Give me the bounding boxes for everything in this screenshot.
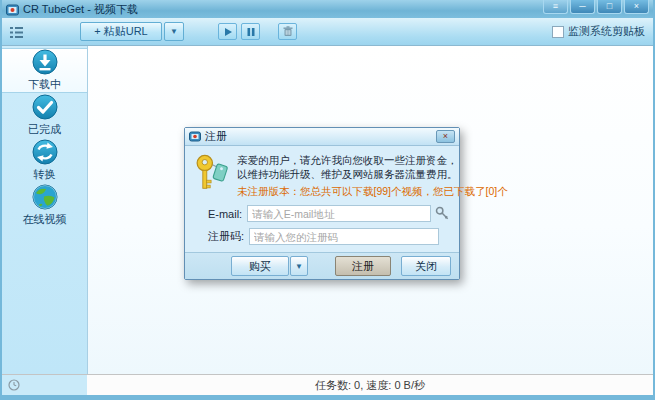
sidebar-item-downloading[interactable]: 下载中 <box>2 48 87 93</box>
globe-icon <box>32 184 58 210</box>
sidebar-item-label: 已完成 <box>28 122 61 137</box>
email-row: E-mail: <box>194 205 450 222</box>
sidebar-item-online-video[interactable]: 在线视频 <box>2 183 87 228</box>
sidebar-item-label: 下载中 <box>28 77 61 92</box>
dialog-close-icon[interactable]: × <box>436 130 455 143</box>
pause-icon[interactable] <box>241 23 260 40</box>
fetch-code-key-icon[interactable] <box>435 206 450 222</box>
unregistered-notice: 未注册版本：您总共可以下载[99]个视频，您已下载了[0]个 <box>237 185 508 199</box>
dialog-close-button[interactable]: 关闭 <box>401 256 451 276</box>
convert-icon <box>32 139 58 165</box>
dialog-app-icon <box>189 131 201 143</box>
play-icon[interactable] <box>218 23 237 40</box>
main-panel: 注册 × <box>87 46 653 374</box>
register-button[interactable]: 注册 <box>335 256 391 276</box>
sidebar-item-completed[interactable]: 已完成 <box>2 93 87 138</box>
window-title: CR TubeGet - 视频下载 <box>23 2 138 17</box>
content-area: 下载中 已完成 转换 在线视频 注册 <box>2 46 653 374</box>
sidebar-item-convert[interactable]: 转换 <box>2 138 87 183</box>
window-controls: ≡ ─ □ × <box>543 0 649 14</box>
dialog-info: 亲爱的用户，请允许我向您收取一些注册资金，以维持功能升级、维护及网站服务器流量费… <box>194 153 450 199</box>
clipboard-monitor-checkbox[interactable]: 监测系统剪贴板 <box>552 24 645 39</box>
close-button[interactable]: × <box>624 0 649 14</box>
regcode-row: 注册码: <box>194 228 450 245</box>
email-field[interactable] <box>247 205 430 222</box>
titlebar: CR TubeGet - 视频下载 ≡ ─ □ × <box>2 0 653 18</box>
trash-icon[interactable] <box>278 23 297 40</box>
paste-url-dropdown-icon[interactable]: ▼ <box>164 22 184 41</box>
clipboard-monitor-label: 监测系统剪贴板 <box>568 24 645 39</box>
maximize-button[interactable]: □ <box>597 0 622 14</box>
list-grid-icon <box>10 25 24 38</box>
download-icon <box>32 49 58 75</box>
menu-icon[interactable]: ≡ <box>543 0 568 14</box>
key-icon <box>194 153 230 193</box>
dialog-body: 亲爱的用户，请允许我向您收取一些注册资金，以维持功能升级、维护及网站服务器流量费… <box>185 146 459 252</box>
dialog-button-bar: 购买 ▼ 注册 关闭 <box>185 252 459 279</box>
paste-url-group: + 粘贴URL ▼ <box>80 22 184 41</box>
buy-button[interactable]: 购买 <box>231 256 289 276</box>
app-icon <box>6 3 19 16</box>
sidebar-item-label: 转换 <box>34 167 56 182</box>
sidebar: 下载中 已完成 转换 在线视频 <box>2 46 87 374</box>
email-label: E-mail: <box>194 208 242 220</box>
clock-icon <box>8 379 20 391</box>
dialog-title: 注册 <box>205 129 227 144</box>
buy-dropdown-icon[interactable]: ▼ <box>290 256 308 276</box>
statusbar-left <box>2 375 87 395</box>
check-icon <box>32 94 58 120</box>
register-dialog: 注册 × <box>184 127 460 280</box>
regcode-label: 注册码: <box>194 229 244 244</box>
regcode-field[interactable] <box>249 228 439 245</box>
dialog-titlebar[interactable]: 注册 × <box>185 128 459 146</box>
status-text: 任务数: 0, 速度: 0 B/秒 <box>87 375 653 395</box>
minimize-button[interactable]: ─ <box>570 0 595 14</box>
paste-url-button[interactable]: + 粘贴URL <box>80 22 162 41</box>
dialog-texts: 亲爱的用户，请允许我向您收取一些注册资金，以维持功能升级、维护及网站服务器流量费… <box>237 153 508 199</box>
sidebar-item-label: 在线视频 <box>23 212 67 227</box>
toolbar: + 粘贴URL ▼ 监测系统剪贴板 <box>2 18 653 46</box>
app-window: CR TubeGet - 视频下载 ≡ ─ □ × + 粘贴URL ▼ 监测系统… <box>0 0 655 400</box>
dialog-message: 亲爱的用户，请允许我向您收取一些注册资金，以维持功能升级、维护及网站服务器流量费… <box>237 153 463 181</box>
checkbox-icon[interactable] <box>552 26 564 38</box>
statusbar: 任务数: 0, 速度: 0 B/秒 <box>2 374 653 395</box>
